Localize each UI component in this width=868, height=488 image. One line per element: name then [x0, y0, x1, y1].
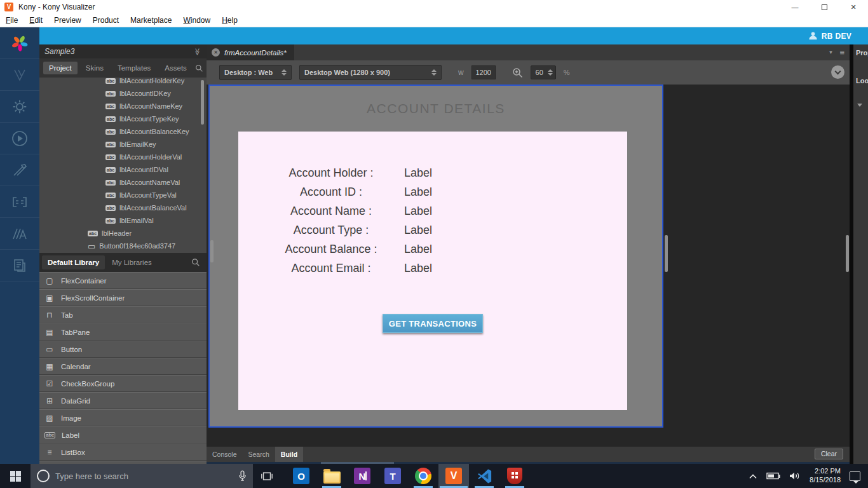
- tab-my-libraries[interactable]: My Libraries: [106, 255, 158, 269]
- tab-templates[interactable]: Templates: [112, 62, 156, 74]
- user-account-button[interactable]: RB DEV: [808, 31, 851, 41]
- kony-logo-button[interactable]: [0, 27, 39, 59]
- tree-item[interactable]: abclblEmailVal: [39, 214, 207, 227]
- tree-item[interactable]: ▭Button0f184ec60ad3747: [39, 240, 207, 252]
- list-item[interactable]: ▨Image: [39, 409, 207, 426]
- list-item[interactable]: abcLabel: [39, 426, 207, 443]
- field-value-label[interactable]: Label: [388, 243, 449, 256]
- tabstrip-menu-icon[interactable]: ≡: [839, 48, 844, 57]
- field-value-label[interactable]: Label: [388, 186, 449, 199]
- visualizer-home-button[interactable]: [0, 59, 39, 91]
- menu-window[interactable]: Window: [177, 14, 216, 27]
- field-value-label[interactable]: Label: [388, 224, 449, 237]
- maximize-button[interactable]: [810, 0, 839, 14]
- menu-edit[interactable]: Edit: [24, 14, 48, 27]
- device-select[interactable]: Desktop Web (1280 x 900): [299, 65, 442, 80]
- zoom-level-spinner[interactable]: [531, 65, 556, 79]
- taskbar-security-app[interactable]: [499, 464, 530, 488]
- field-value-label[interactable]: Label: [388, 262, 449, 275]
- menu-help[interactable]: Help: [216, 14, 243, 27]
- list-item[interactable]: ≡ListBox: [39, 444, 207, 460]
- menu-file[interactable]: File: [0, 14, 24, 27]
- field-key-label[interactable]: Account Holder :: [275, 166, 388, 180]
- documents-button[interactable]: [0, 250, 39, 281]
- tree-item[interactable]: abclblAccountNameVal: [39, 176, 207, 189]
- field-key-label[interactable]: Account ID :: [275, 186, 388, 199]
- taskbar-vscode[interactable]: [469, 464, 499, 488]
- tab-look[interactable]: Loo: [856, 77, 868, 85]
- tab-search[interactable]: Search: [243, 447, 275, 462]
- field-key-label[interactable]: Account Type :: [275, 224, 388, 237]
- chevron-down-icon[interactable]: ▼: [828, 50, 833, 55]
- volume-icon[interactable]: [789, 471, 801, 480]
- tab-skins[interactable]: Skins: [80, 62, 109, 74]
- get-transactions-button[interactable]: GET TRANSACTIONS: [383, 314, 483, 333]
- microphone-icon[interactable]: [238, 470, 247, 482]
- tree-item[interactable]: abclblAccountIDVal: [39, 163, 207, 176]
- width-input[interactable]: [471, 65, 496, 79]
- list-item[interactable]: ▢FlexContainer: [39, 272, 207, 288]
- field-key-label[interactable]: Account Balance :: [275, 243, 388, 256]
- list-item[interactable]: ▭Button: [39, 341, 207, 357]
- doc-tab-frmaccountdetails[interactable]: ✕ frmAccountDetails*: [207, 44, 294, 60]
- zoom-input[interactable]: [534, 69, 545, 76]
- tree-item[interactable]: abclblEmailKey: [39, 138, 207, 151]
- tree-item[interactable]: abclblAccountBalanceKey: [39, 125, 207, 138]
- tab-assets[interactable]: Assets: [159, 62, 193, 74]
- preview-run-button[interactable]: [0, 123, 39, 154]
- taskbar-outlook[interactable]: O: [286, 464, 316, 488]
- field-value-label[interactable]: Label: [388, 205, 449, 218]
- field-value-label[interactable]: Label: [388, 166, 449, 180]
- list-item[interactable]: ▣FlexScrollContainer: [39, 289, 207, 306]
- field-key-label[interactable]: Account Name :: [275, 205, 388, 218]
- canvas-right-scrollbar[interactable]: [665, 235, 668, 272]
- taskbar-teams[interactable]: T: [377, 464, 408, 488]
- battery-icon[interactable]: [766, 472, 780, 480]
- collapse-toolbar-button[interactable]: [831, 65, 844, 79]
- taskbar-file-explorer[interactable]: [316, 464, 347, 488]
- search-icon[interactable]: [191, 258, 200, 267]
- fonts-button[interactable]: [0, 218, 39, 250]
- canvas-left-scrollbar[interactable]: [210, 240, 214, 262]
- action-center-icon[interactable]: [850, 471, 860, 481]
- build-tools-button[interactable]: [0, 154, 39, 186]
- task-view-button[interactable]: [253, 464, 281, 488]
- hidden-icons-chevron[interactable]: [749, 473, 757, 479]
- tab-build[interactable]: Build: [275, 447, 303, 462]
- taskbar-clock[interactable]: 2:02 PM 8/15/2018: [810, 467, 841, 485]
- clear-button[interactable]: Clear: [815, 449, 843, 459]
- form-header-label[interactable]: ACCOUNT DETAILS: [210, 101, 662, 116]
- tree-item[interactable]: abclblAccountTypeKey: [39, 112, 207, 125]
- chevron-down-icon[interactable]: [857, 104, 862, 107]
- tree-item[interactable]: abclblAccountTypeVal: [39, 189, 207, 201]
- layout-button[interactable]: [0, 186, 39, 218]
- list-item[interactable]: ▤TabPane: [39, 323, 207, 340]
- tree-scrollbar[interactable]: [201, 80, 204, 125]
- menu-marketplace[interactable]: Marketplace: [125, 14, 177, 27]
- menu-product[interactable]: Product: [87, 14, 125, 27]
- menu-preview[interactable]: Preview: [48, 14, 87, 27]
- list-item[interactable]: ⊓Tab: [39, 306, 207, 323]
- search-input[interactable]: [55, 471, 233, 481]
- taskbar-search-box[interactable]: [31, 464, 253, 488]
- form-canvas-frmaccountdetails[interactable]: ACCOUNT DETAILS Account Holder :Label Ac…: [208, 85, 663, 428]
- list-item[interactable]: ▦Calendar: [39, 358, 207, 374]
- platform-select[interactable]: Desktop : Web: [219, 65, 292, 80]
- tab-project[interactable]: Project: [43, 62, 78, 74]
- zoom-in-icon[interactable]: [512, 67, 523, 78]
- tree-item[interactable]: abclblAccountIDKey: [39, 87, 207, 100]
- properties-panel-collapsed[interactable]: Prop Loo: [853, 44, 868, 464]
- taskbar-kony-visualizer[interactable]: V: [438, 464, 469, 488]
- minimize-button[interactable]: —: [780, 0, 810, 14]
- list-item[interactable]: ☑CheckBoxGroup: [39, 375, 207, 391]
- collapse-panel-icon[interactable]: ≫: [194, 48, 202, 55]
- tab-default-library[interactable]: Default Library: [42, 255, 105, 269]
- tab-console[interactable]: Console: [207, 447, 243, 462]
- form-flex-container[interactable]: Account Holder :Label Account ID :Label …: [238, 132, 627, 410]
- list-item[interactable]: ⊞DataGrid: [39, 392, 207, 409]
- tree-item[interactable]: abclblAccountHolderKey: [39, 78, 207, 87]
- search-icon[interactable]: [195, 64, 203, 72]
- close-tab-icon[interactable]: ✕: [212, 48, 220, 57]
- tree-item[interactable]: abclblAccountNameKey: [39, 100, 207, 112]
- settings-button[interactable]: [0, 91, 39, 123]
